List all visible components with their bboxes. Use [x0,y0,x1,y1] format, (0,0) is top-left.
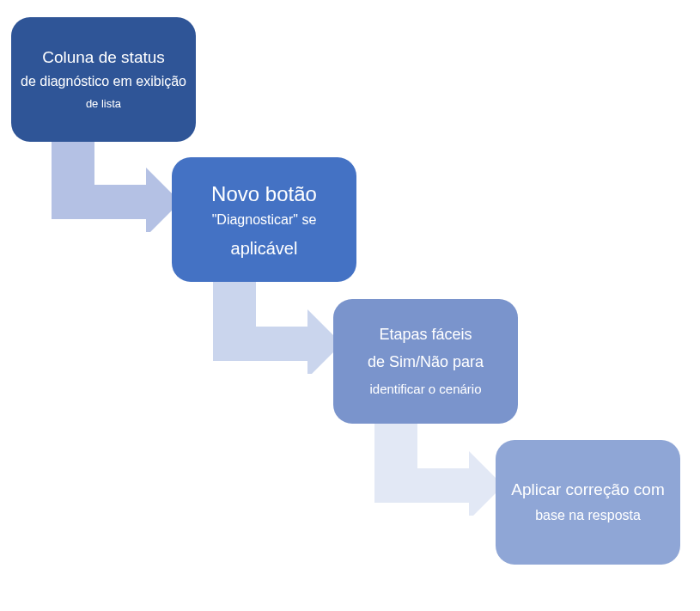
step-subtitle: "Diagnosticar" se [212,211,317,229]
step-title: Coluna de status [42,47,165,69]
arrow-path [213,279,342,374]
flow-arrow-1 [34,137,180,232]
step-detail: identificar o cenário [369,380,481,398]
step-subtitle: de diagnóstico em exibição [21,72,186,91]
step-subtitle: base na resposta [535,506,641,525]
step-box-1: Coluna de status de diagnóstico em exibi… [11,17,196,142]
step-title: Aplicar correção com [511,480,664,501]
step-title: Novo botão [211,180,317,207]
arrow-path [374,421,503,516]
step-detail: aplicável [231,239,298,259]
step-detail: de lista [86,96,121,112]
step-title: Etapas fáceis [379,325,472,345]
step-subtitle: de Sim/Não para [368,351,484,373]
arrow-path [52,137,180,232]
step-box-4: Aplicar correção com base na resposta [496,440,680,565]
flow-arrow-2 [196,279,342,374]
step-box-2: Novo botão "Diagnosticar" se aplicável [172,157,356,282]
flow-arrow-3 [357,421,503,516]
step-box-3: Etapas fáceis de Sim/Não para identifica… [333,299,518,424]
